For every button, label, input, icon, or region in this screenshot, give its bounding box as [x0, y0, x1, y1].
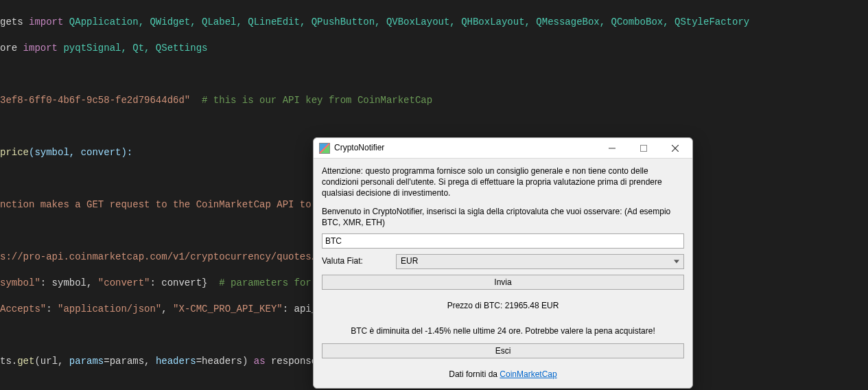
code-keyword: as: [254, 356, 266, 367]
maximize-button[interactable]: [628, 138, 659, 159]
crypto-notifier-dialog: CryptoNotifier Attenzione: questo progra…: [313, 137, 693, 389]
code-text: ore: [0, 43, 23, 54]
close-button[interactable]: [659, 138, 691, 159]
fiat-label: Valuta Fiat:: [322, 255, 396, 268]
fiat-select[interactable]: EUR: [396, 254, 684, 269]
code-param: params: [69, 356, 104, 367]
code-string: "application/json": [58, 303, 161, 314]
footer-prefix: Dati forniti da: [449, 369, 500, 379]
code-string: Accepts": [0, 303, 46, 314]
exit-button[interactable]: Esci: [322, 343, 684, 358]
code-text: gets: [0, 16, 29, 27]
code-string: s://pro-api.coinmarketcap.com/v1/cryptoc…: [0, 251, 357, 262]
code-param: headers: [156, 356, 196, 367]
code-text: =headers): [196, 356, 254, 367]
minimize-icon: [609, 145, 615, 152]
warning-text: Attenzione: questo programma fornisce so…: [322, 165, 684, 199]
dialog-body: Attenzione: questo programma fornisce so…: [314, 159, 692, 388]
code-string: "X-CMC_PRO_API_KEY": [173, 303, 283, 314]
chevron-down-icon: [674, 260, 679, 263]
fiat-select-value: EUR: [401, 255, 418, 268]
dialog-title: CryptoNotifier: [334, 141, 596, 154]
code-text: : convert}: [150, 277, 207, 288]
minimize-button[interactable]: [596, 138, 628, 159]
footer-text: Dati forniti da CoinMarketCap: [322, 368, 684, 381]
code-method: get: [17, 356, 34, 367]
code-text: QApplication, QWidget, QLabel, QLineEdit…: [63, 16, 749, 27]
status-text: BTC è diminuita del -1.45% nelle ultime …: [322, 325, 684, 338]
maximize-icon: [640, 145, 647, 152]
code-keyword: import: [29, 16, 63, 27]
coinmarketcap-link[interactable]: CoinMarketCap: [500, 369, 556, 379]
code-func: price: [0, 147, 29, 158]
price-text: Prezzo di BTC: 21965.48 EUR: [322, 299, 684, 312]
code-text: : symbol,: [40, 277, 98, 288]
close-icon: [672, 145, 679, 152]
code-string: 3ef8-6ff0-4b6f-9c58-fe2d79644d6d": [0, 95, 190, 106]
code-text: ,: [161, 303, 173, 314]
code-params: (symbol, convert):: [29, 147, 132, 158]
code-text: :: [46, 303, 58, 314]
code-text: pyqtSignal, Qt, QSettings: [58, 43, 207, 54]
code-string: "convert": [98, 277, 150, 288]
welcome-text: Benvenuto in CryptoNotifier, inserisci l…: [322, 206, 684, 228]
code-text: (url,: [34, 356, 69, 367]
code-text: =params,: [104, 356, 156, 367]
code-string: symbol": [0, 277, 40, 288]
app-icon: [319, 143, 330, 154]
svg-rect-1: [641, 145, 647, 151]
code-keyword: import: [23, 43, 58, 54]
dialog-titlebar[interactable]: CryptoNotifier: [314, 138, 692, 159]
code-comment: # this is our API key from CoinMarketCap: [190, 95, 432, 106]
send-button[interactable]: Invia: [322, 275, 684, 290]
code-text: ts.: [0, 356, 17, 367]
symbol-input[interactable]: [322, 233, 684, 249]
